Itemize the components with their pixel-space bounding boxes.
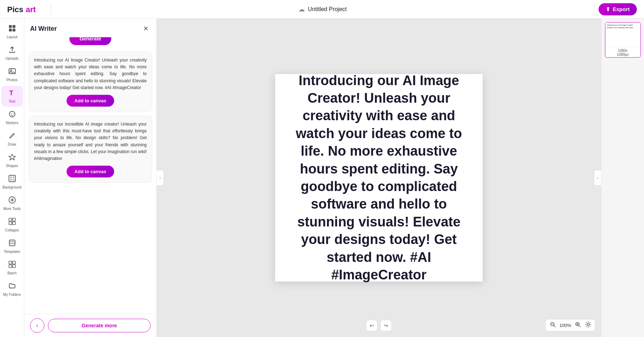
svg-rect-3 bbox=[13, 25, 15, 28]
topbar: Pics art ☁ Untitled Project ⬆ Export bbox=[0, 0, 644, 19]
shapes-icon bbox=[8, 153, 16, 163]
sidebar-item-background[interactable]: Background bbox=[1, 172, 23, 192]
svg-rect-30 bbox=[9, 265, 12, 268]
draw-icon bbox=[8, 132, 16, 141]
generate-button-top[interactable]: Generate bbox=[69, 37, 111, 45]
thumbnail-size: 1080x1080px bbox=[605, 47, 640, 57]
stickers-label: Stickers bbox=[6, 121, 19, 125]
svg-line-36 bbox=[579, 326, 580, 327]
zoom-in-icon bbox=[575, 322, 581, 329]
sidebar-item-draw[interactable]: Draw bbox=[1, 129, 23, 150]
prev-icon: ‹ bbox=[36, 322, 38, 329]
svg-rect-25 bbox=[9, 240, 15, 246]
text-icon: T bbox=[8, 89, 16, 98]
zoom-out-icon bbox=[550, 322, 556, 329]
redo-button[interactable]: ↪ bbox=[380, 320, 392, 331]
text-result-card-1: Introducing our AI Image Creator! Unleas… bbox=[29, 52, 152, 112]
svg-rect-14 bbox=[10, 176, 12, 178]
canvas-area: ‹ Introducing our AI Image Creator! Unle… bbox=[157, 19, 601, 337]
close-icon: ✕ bbox=[143, 25, 148, 33]
icon-sidebar: Layout Uploads Photos T Text Stickers bbox=[0, 19, 24, 337]
sidebar-item-collages[interactable]: Collages bbox=[1, 215, 23, 235]
layout-icon bbox=[8, 24, 16, 34]
background-label: Background bbox=[3, 185, 21, 190]
topbar-left: Pics art bbox=[7, 4, 51, 14]
svg-rect-17 bbox=[13, 179, 14, 181]
canvas-settings-button[interactable] bbox=[585, 321, 591, 329]
panel-header: AI Writer ✕ bbox=[24, 19, 156, 37]
cloud-icon: ☁ bbox=[298, 5, 305, 13]
stickers-icon bbox=[8, 110, 16, 120]
previous-button[interactable]: ‹ bbox=[30, 318, 44, 333]
panel-scroll: Generate Introducing our AI Image Creato… bbox=[24, 37, 156, 314]
canvas-bottom-toolbar: ↩ ↪ bbox=[366, 320, 392, 331]
templates-label: Templates bbox=[4, 250, 20, 254]
ai-writer-panel: AI Writer ✕ Generate Introducing our AI … bbox=[24, 19, 157, 337]
add-to-canvas-button-2[interactable]: Add to canvas bbox=[67, 166, 114, 177]
my-folders-label: My Folders bbox=[3, 293, 21, 297]
zoom-level: 100% bbox=[558, 323, 572, 328]
text-result-1-content: Introducing our AI Image Creator! Unleas… bbox=[34, 57, 147, 91]
sidebar-item-more-tools[interactable]: More Tools bbox=[1, 193, 23, 214]
more-tools-label: More Tools bbox=[3, 207, 21, 211]
more-tools-icon bbox=[8, 196, 16, 206]
collapse-panel-arrow[interactable]: ‹ bbox=[157, 170, 164, 186]
settings-icon bbox=[585, 323, 591, 329]
svg-rect-22 bbox=[13, 218, 15, 221]
text-label: Text bbox=[9, 99, 15, 104]
svg-point-10 bbox=[11, 113, 11, 114]
layout-label: Layout bbox=[6, 35, 17, 39]
export-button[interactable]: ⬆ Export bbox=[599, 3, 637, 15]
svg-line-33 bbox=[554, 326, 555, 327]
topbar-center: ☁ Untitled Project bbox=[298, 5, 347, 13]
sidebar-item-shapes[interactable]: Shapes bbox=[1, 150, 23, 171]
undo-button[interactable]: ↩ bbox=[366, 320, 377, 331]
panel-title: AI Writer bbox=[30, 25, 57, 33]
project-title[interactable]: Untitled Project bbox=[308, 6, 347, 13]
uploads-label: Uploads bbox=[5, 57, 19, 61]
sidebar-item-templates[interactable]: Templates bbox=[1, 236, 23, 257]
svg-text:Pics: Pics bbox=[7, 5, 23, 14]
thumbnail-card-1[interactable]: Introducing our AI Image Creator! Unleas… bbox=[605, 22, 641, 58]
batch-icon bbox=[8, 260, 16, 270]
svg-text:T: T bbox=[9, 89, 13, 97]
svg-rect-15 bbox=[13, 176, 14, 178]
sidebar-item-layout[interactable]: Layout bbox=[1, 21, 23, 42]
thumbnail-text: Introducing our AI Image Creator! Unleas… bbox=[607, 24, 639, 29]
svg-point-39 bbox=[587, 323, 589, 326]
sidebar-item-stickers[interactable]: Stickers bbox=[1, 107, 23, 128]
export-icon: ⬆ bbox=[606, 6, 610, 13]
svg-point-11 bbox=[13, 113, 13, 114]
topbar-right: ⬆ Export bbox=[594, 3, 637, 15]
add-to-canvas-button-1[interactable]: Add to canvas bbox=[67, 95, 114, 107]
zoom-out-button[interactable] bbox=[549, 321, 556, 329]
generate-more-button[interactable]: Generate more bbox=[48, 319, 151, 332]
sidebar-item-uploads[interactable]: Uploads bbox=[1, 43, 23, 64]
sidebar-item-text[interactable]: T Text bbox=[1, 86, 23, 107]
sidebar-item-my-folders[interactable]: My Folders bbox=[1, 279, 23, 300]
topbar-right-sep bbox=[594, 4, 594, 14]
uploads-icon bbox=[8, 46, 16, 55]
zoom-in-button[interactable] bbox=[574, 321, 581, 329]
svg-point-7 bbox=[10, 70, 12, 71]
main-area: Layout Uploads Photos T Text Stickers bbox=[0, 19, 644, 337]
undo-icon: ↩ bbox=[370, 323, 374, 328]
batch-label: Batch bbox=[8, 271, 17, 275]
expand-right-arrow[interactable]: › bbox=[594, 170, 601, 186]
collages-label: Collages bbox=[5, 228, 19, 233]
close-panel-button[interactable]: ✕ bbox=[141, 24, 151, 34]
text-result-2-content: Introducing our incredible AI image crea… bbox=[34, 121, 147, 162]
logo: Pics art bbox=[7, 4, 47, 14]
svg-rect-16 bbox=[10, 179, 12, 181]
sidebar-item-photos[interactable]: Photos bbox=[1, 64, 23, 85]
collages-icon bbox=[8, 218, 16, 227]
text-result-card-2: Introducing our incredible AI image crea… bbox=[29, 116, 152, 183]
sidebar-item-batch[interactable]: Batch bbox=[1, 258, 23, 278]
export-label: Export bbox=[613, 6, 630, 12]
svg-marker-12 bbox=[9, 154, 15, 160]
logo-svg: Pics art bbox=[7, 4, 47, 14]
canvas-page: Introducing our AI Image Creator! Unleas… bbox=[275, 74, 483, 282]
canvas-text-content: Introducing our AI Image Creator! Unleas… bbox=[289, 72, 468, 284]
photos-icon bbox=[8, 67, 16, 77]
shapes-label: Shapes bbox=[6, 164, 18, 168]
